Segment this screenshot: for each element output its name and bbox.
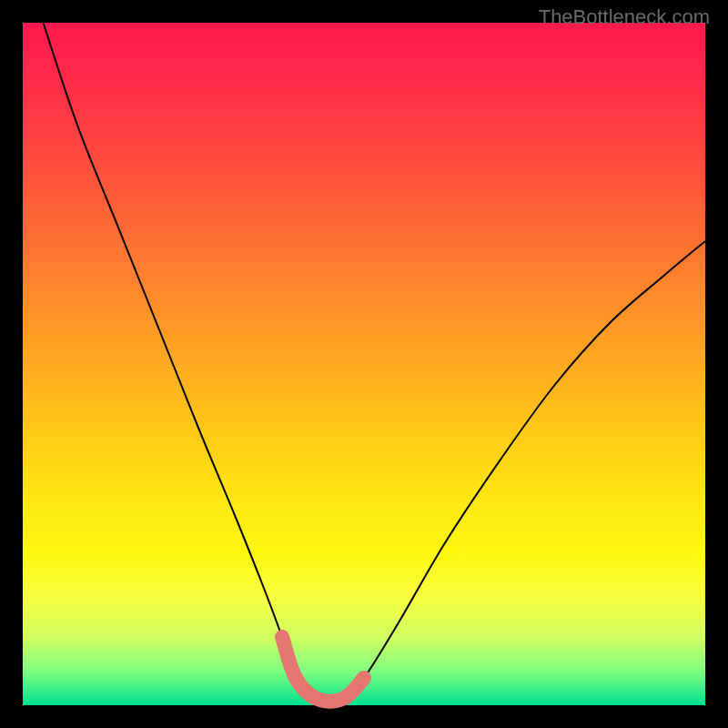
bottleneck-curve <box>44 23 706 702</box>
optimal-zone-highlight <box>282 637 364 702</box>
chart-svg <box>23 23 705 705</box>
watermark-text: TheBottleneck.com <box>539 5 710 29</box>
chart-plot-area <box>23 23 705 705</box>
